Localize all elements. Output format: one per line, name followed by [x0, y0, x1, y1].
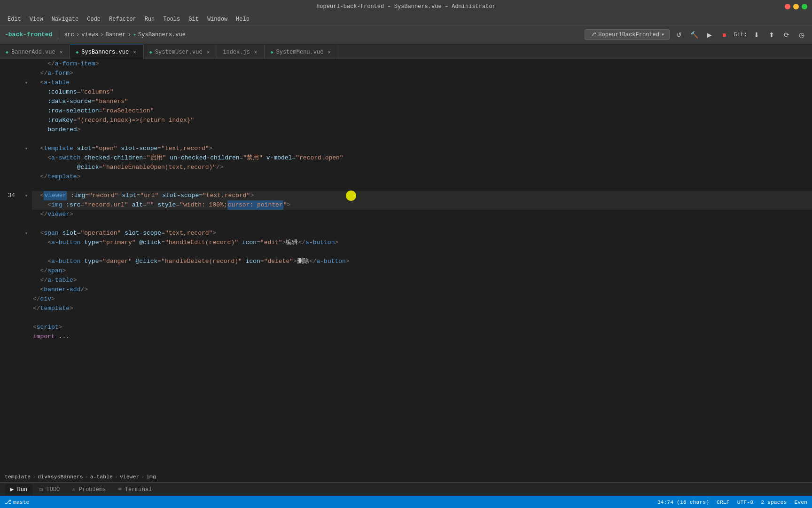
menu-bar: Edit View Navigate Code Refactor Run Too… [0, 13, 812, 25]
code-line: <banner-add/> [32, 285, 812, 294]
code-line: </viewer> [32, 210, 812, 219]
code-line: <img :src="record.url" alt="" style="wid… [32, 200, 812, 210]
tab-label: SystemMenu.vue [276, 49, 324, 56]
window-controls [785, 4, 807, 9]
tabs-bar: ◆ BannerAdd.vue ✕ ◆ SysBanners.vue ✕ ◆ S… [0, 44, 812, 59]
vue-dot-icon: ◆ [6, 49, 8, 55]
tab-label: index.js [223, 49, 250, 56]
code-line: bordered> [32, 125, 812, 135]
bottom-tab-terminal[interactable]: ⌨ Terminal [112, 484, 157, 495]
status-indent[interactable]: 2 spaces [761, 499, 787, 505]
status-branch[interactable]: ⎇ maste [5, 499, 30, 505]
status-right: 34:74 (16 chars) CRLF UTF-8 2 spaces Eve… [657, 499, 807, 505]
stop-button[interactable]: ■ [718, 29, 730, 40]
encoding-text: UTF-8 [737, 499, 754, 505]
code-line: :rowKey="(record,index)=>{return index}" [32, 116, 812, 125]
breadcrumb-img: img [146, 474, 156, 480]
menu-refactor[interactable]: Refactor [105, 15, 140, 24]
code-line: <a-button type="primary" @click="handleE… [32, 238, 812, 247]
status-left: ⎇ maste [5, 499, 30, 505]
git-history[interactable]: ◷ [796, 29, 807, 40]
indent-text: 2 spaces [761, 499, 787, 505]
code-line [32, 182, 812, 191]
tab-close[interactable]: ✕ [132, 48, 138, 56]
code-line: </template> [32, 172, 812, 182]
position-text: 34:74 (16 chars) [657, 499, 709, 505]
project-name: -back-fronted [5, 31, 52, 38]
code-line-active: <viewer :img="record" slot="url" slot-sc… [32, 191, 812, 200]
code-line: :columns="columns" [32, 87, 812, 97]
menu-help[interactable]: Help [232, 15, 253, 24]
status-even[interactable]: Even [794, 499, 807, 505]
menu-window[interactable]: Window [203, 15, 231, 24]
code-line: </div> [32, 294, 812, 304]
git-update[interactable]: ⟳ [781, 29, 792, 40]
vue-dot-icon: ◆ [76, 49, 78, 55]
bottom-tab-problems[interactable]: ⚠ Problems [66, 484, 111, 495]
code-line: </a-form> [32, 69, 812, 78]
git-fetch[interactable]: ⬇ [751, 29, 762, 40]
tab-close[interactable]: ✕ [205, 48, 211, 56]
status-bar: ⎇ maste 34:74 (16 chars) CRLF UTF-8 2 sp… [0, 496, 812, 508]
bottom-tab-todo[interactable]: ☑ TODO [34, 484, 65, 495]
terminal-icon: ⌨ [118, 486, 121, 493]
tab-close[interactable]: ✕ [326, 48, 332, 56]
even-text: Even [794, 499, 807, 505]
path-file: SysBanners.vue [138, 32, 186, 38]
tab-index-js[interactable]: index.js ✕ [217, 45, 265, 59]
fold-column: ▾ ▾ ▾ ▾ [23, 59, 30, 471]
run-button[interactable]: ↺ [673, 29, 685, 40]
menu-git[interactable]: Git [185, 15, 203, 24]
code-line: <span slot="operation" slot-scope="text,… [32, 229, 812, 238]
code-area[interactable]: </a-form-item> </a-form> <a-table :colum… [30, 59, 812, 471]
toolbar-sep-1 [58, 30, 58, 40]
menu-run[interactable]: Run [141, 15, 159, 24]
code-line: <script> [32, 323, 812, 332]
code-line: <template slot="open" slot-scope="text,r… [32, 144, 812, 153]
line-numbers: 34 [0, 59, 23, 471]
status-encoding[interactable]: UTF-8 [737, 499, 754, 505]
close-btn[interactable] [785, 4, 790, 9]
git-push[interactable]: ⬆ [766, 29, 777, 40]
debug-button[interactable]: ▶ [703, 29, 715, 40]
tab-close[interactable]: ✕ [253, 48, 259, 56]
status-line-ending[interactable]: CRLF [717, 499, 730, 505]
main-editor: 34 ▾ ▾ [0, 59, 812, 471]
tab-system-user[interactable]: ◆ SystemUser.vue ✕ [144, 45, 217, 59]
code-line: :data-source="banners" [32, 97, 812, 106]
code-line: </a-table> [32, 276, 812, 285]
breadcrumb-template: template [5, 474, 31, 480]
git-label: Git: [734, 32, 747, 38]
menu-view[interactable]: View [26, 15, 47, 24]
path-src: src [64, 32, 74, 38]
branch-icon: ⎇ [590, 31, 596, 38]
editor-wrapper: 34 ▾ ▾ [0, 59, 812, 508]
tab-sys-banners[interactable]: ◆ SysBanners.vue ✕ [70, 45, 143, 59]
tab-system-menu[interactable]: ◆ SystemMenu.vue ✕ [265, 45, 338, 59]
path-views: views [81, 32, 98, 38]
path-vue-icon: ✦ [133, 31, 136, 38]
maximize-btn[interactable] [802, 4, 807, 9]
toolbar-path: src › views › Banner › ✦ SysBanners.vue [64, 31, 186, 38]
run-icon: ▶ [10, 486, 14, 493]
minimize-btn[interactable] [793, 4, 799, 9]
code-line: <a-switch checked-children="启用" un-check… [32, 153, 812, 163]
vue-dot-icon: ◆ [270, 49, 273, 55]
git-branch-icon: ⎇ [5, 499, 11, 505]
menu-edit[interactable]: Edit [4, 15, 25, 24]
menu-code[interactable]: Code [83, 15, 104, 24]
menu-tools[interactable]: Tools [159, 15, 184, 24]
status-position[interactable]: 34:74 (16 chars) [657, 499, 709, 505]
code-line: :row-selection="rowSelection" [32, 106, 812, 116]
bottom-tab-run[interactable]: ▶ Run [5, 484, 33, 495]
breadcrumb-div: div#sysBanners [38, 474, 83, 480]
tab-close[interactable]: ✕ [58, 48, 64, 56]
tab-banner-add[interactable]: ◆ BannerAdd.vue ✕ [0, 45, 70, 59]
build-button[interactable]: 🔨 [688, 29, 700, 40]
line-ending-text: CRLF [717, 499, 730, 505]
menu-navigate[interactable]: Navigate [48, 15, 83, 24]
code-line: </a-form-item> [32, 59, 812, 69]
tab-label: SysBanners.vue [81, 49, 129, 56]
branch-dropdown-icon: ▾ [661, 31, 664, 38]
branch-selector[interactable]: ⎇ HopeurlBackFronted ▾ [585, 29, 670, 40]
